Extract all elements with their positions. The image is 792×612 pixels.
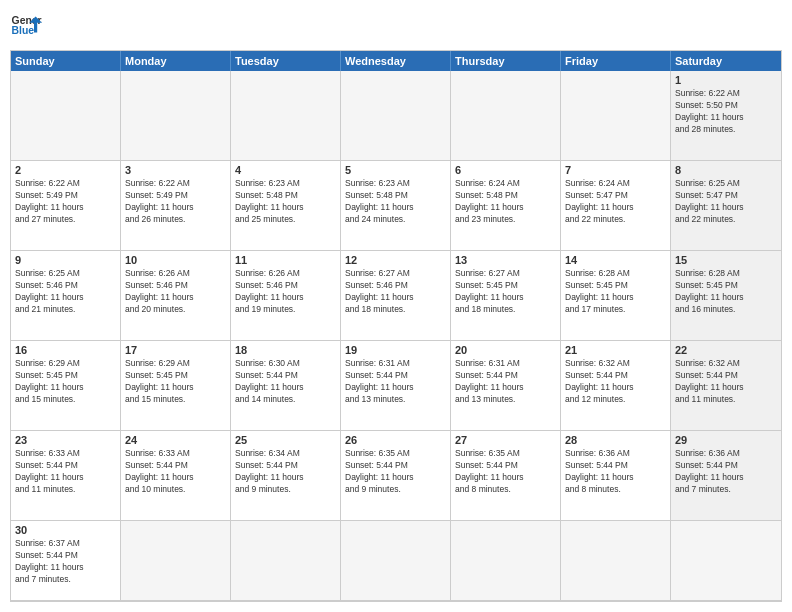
cell-info: Sunrise: 6:37 AM Sunset: 5:44 PM Dayligh…	[15, 538, 116, 586]
calendar-cell	[11, 71, 121, 161]
calendar-cell: 20Sunrise: 6:31 AM Sunset: 5:44 PM Dayli…	[451, 341, 561, 431]
calendar-cell: 26Sunrise: 6:35 AM Sunset: 5:44 PM Dayli…	[341, 431, 451, 521]
calendar-cell: 30Sunrise: 6:37 AM Sunset: 5:44 PM Dayli…	[11, 521, 121, 601]
cell-number: 12	[345, 254, 446, 266]
cell-info: Sunrise: 6:22 AM Sunset: 5:50 PM Dayligh…	[675, 88, 777, 136]
cell-info: Sunrise: 6:36 AM Sunset: 5:44 PM Dayligh…	[565, 448, 666, 496]
day-headers: SundayMondayTuesdayWednesdayThursdayFrid…	[11, 51, 781, 71]
day-header-monday: Monday	[121, 51, 231, 71]
calendar-cell: 15Sunrise: 6:28 AM Sunset: 5:45 PM Dayli…	[671, 251, 781, 341]
calendar-cell	[231, 521, 341, 601]
calendar-cell	[341, 71, 451, 161]
calendar-cell: 19Sunrise: 6:31 AM Sunset: 5:44 PM Dayli…	[341, 341, 451, 431]
cell-info: Sunrise: 6:28 AM Sunset: 5:45 PM Dayligh…	[675, 268, 777, 316]
cell-number: 8	[675, 164, 777, 176]
cell-number: 13	[455, 254, 556, 266]
calendar-cell: 9Sunrise: 6:25 AM Sunset: 5:46 PM Daylig…	[11, 251, 121, 341]
day-header-saturday: Saturday	[671, 51, 781, 71]
cell-number: 2	[15, 164, 116, 176]
day-header-sunday: Sunday	[11, 51, 121, 71]
calendar-cell	[231, 71, 341, 161]
logo: General Blue	[10, 10, 42, 42]
cell-info: Sunrise: 6:32 AM Sunset: 5:44 PM Dayligh…	[565, 358, 666, 406]
calendar-cell: 10Sunrise: 6:26 AM Sunset: 5:46 PM Dayli…	[121, 251, 231, 341]
cell-info: Sunrise: 6:26 AM Sunset: 5:46 PM Dayligh…	[235, 268, 336, 316]
cell-number: 28	[565, 434, 666, 446]
cell-info: Sunrise: 6:34 AM Sunset: 5:44 PM Dayligh…	[235, 448, 336, 496]
day-header-wednesday: Wednesday	[341, 51, 451, 71]
calendar: SundayMondayTuesdayWednesdayThursdayFrid…	[10, 50, 782, 602]
cell-number: 10	[125, 254, 226, 266]
calendar-cell: 8Sunrise: 6:25 AM Sunset: 5:47 PM Daylig…	[671, 161, 781, 251]
cell-info: Sunrise: 6:35 AM Sunset: 5:44 PM Dayligh…	[345, 448, 446, 496]
calendar-cell	[341, 521, 451, 601]
calendar-cell	[561, 521, 671, 601]
calendar-cell: 7Sunrise: 6:24 AM Sunset: 5:47 PM Daylig…	[561, 161, 671, 251]
cell-number: 1	[675, 74, 777, 86]
cell-number: 17	[125, 344, 226, 356]
cell-number: 7	[565, 164, 666, 176]
cell-number: 18	[235, 344, 336, 356]
calendar-cell: 13Sunrise: 6:27 AM Sunset: 5:45 PM Dayli…	[451, 251, 561, 341]
cell-number: 22	[675, 344, 777, 356]
calendar-cell: 28Sunrise: 6:36 AM Sunset: 5:44 PM Dayli…	[561, 431, 671, 521]
cell-info: Sunrise: 6:27 AM Sunset: 5:46 PM Dayligh…	[345, 268, 446, 316]
calendar-cell: 2Sunrise: 6:22 AM Sunset: 5:49 PM Daylig…	[11, 161, 121, 251]
calendar-cell: 22Sunrise: 6:32 AM Sunset: 5:44 PM Dayli…	[671, 341, 781, 431]
cell-number: 3	[125, 164, 226, 176]
cell-number: 16	[15, 344, 116, 356]
calendar-cell: 14Sunrise: 6:28 AM Sunset: 5:45 PM Dayli…	[561, 251, 671, 341]
cell-number: 23	[15, 434, 116, 446]
cell-info: Sunrise: 6:33 AM Sunset: 5:44 PM Dayligh…	[15, 448, 116, 496]
cell-number: 29	[675, 434, 777, 446]
calendar-cell	[121, 521, 231, 601]
cell-info: Sunrise: 6:24 AM Sunset: 5:48 PM Dayligh…	[455, 178, 556, 226]
calendar-cell: 5Sunrise: 6:23 AM Sunset: 5:48 PM Daylig…	[341, 161, 451, 251]
cell-number: 19	[345, 344, 446, 356]
page: General Blue SundayMondayTuesdayWednesda…	[0, 0, 792, 612]
cell-info: Sunrise: 6:23 AM Sunset: 5:48 PM Dayligh…	[235, 178, 336, 226]
cell-number: 14	[565, 254, 666, 266]
day-header-thursday: Thursday	[451, 51, 561, 71]
cell-info: Sunrise: 6:31 AM Sunset: 5:44 PM Dayligh…	[455, 358, 556, 406]
cell-info: Sunrise: 6:30 AM Sunset: 5:44 PM Dayligh…	[235, 358, 336, 406]
cell-info: Sunrise: 6:27 AM Sunset: 5:45 PM Dayligh…	[455, 268, 556, 316]
cell-info: Sunrise: 6:31 AM Sunset: 5:44 PM Dayligh…	[345, 358, 446, 406]
cell-info: Sunrise: 6:33 AM Sunset: 5:44 PM Dayligh…	[125, 448, 226, 496]
day-header-tuesday: Tuesday	[231, 51, 341, 71]
calendar-cell: 11Sunrise: 6:26 AM Sunset: 5:46 PM Dayli…	[231, 251, 341, 341]
cell-info: Sunrise: 6:24 AM Sunset: 5:47 PM Dayligh…	[565, 178, 666, 226]
cell-number: 15	[675, 254, 777, 266]
calendar-cell: 23Sunrise: 6:33 AM Sunset: 5:44 PM Dayli…	[11, 431, 121, 521]
calendar-cell: 24Sunrise: 6:33 AM Sunset: 5:44 PM Dayli…	[121, 431, 231, 521]
cell-info: Sunrise: 6:28 AM Sunset: 5:45 PM Dayligh…	[565, 268, 666, 316]
cell-info: Sunrise: 6:32 AM Sunset: 5:44 PM Dayligh…	[675, 358, 777, 406]
cell-info: Sunrise: 6:29 AM Sunset: 5:45 PM Dayligh…	[15, 358, 116, 406]
header: General Blue	[10, 10, 782, 42]
cell-number: 20	[455, 344, 556, 356]
cell-number: 27	[455, 434, 556, 446]
cell-info: Sunrise: 6:35 AM Sunset: 5:44 PM Dayligh…	[455, 448, 556, 496]
calendar-cell	[671, 521, 781, 601]
calendar-cell	[451, 521, 561, 601]
calendar-grid: 1Sunrise: 6:22 AM Sunset: 5:50 PM Daylig…	[11, 71, 781, 601]
day-header-friday: Friday	[561, 51, 671, 71]
cell-info: Sunrise: 6:36 AM Sunset: 5:44 PM Dayligh…	[675, 448, 777, 496]
calendar-cell: 17Sunrise: 6:29 AM Sunset: 5:45 PM Dayli…	[121, 341, 231, 431]
cell-info: Sunrise: 6:22 AM Sunset: 5:49 PM Dayligh…	[125, 178, 226, 226]
cell-info: Sunrise: 6:29 AM Sunset: 5:45 PM Dayligh…	[125, 358, 226, 406]
cell-number: 6	[455, 164, 556, 176]
calendar-cell	[561, 71, 671, 161]
cell-number: 24	[125, 434, 226, 446]
calendar-cell: 16Sunrise: 6:29 AM Sunset: 5:45 PM Dayli…	[11, 341, 121, 431]
cell-number: 21	[565, 344, 666, 356]
calendar-cell: 21Sunrise: 6:32 AM Sunset: 5:44 PM Dayli…	[561, 341, 671, 431]
cell-number: 4	[235, 164, 336, 176]
cell-info: Sunrise: 6:25 AM Sunset: 5:47 PM Dayligh…	[675, 178, 777, 226]
cell-number: 11	[235, 254, 336, 266]
cell-number: 30	[15, 524, 116, 536]
calendar-cell: 1Sunrise: 6:22 AM Sunset: 5:50 PM Daylig…	[671, 71, 781, 161]
calendar-cell: 29Sunrise: 6:36 AM Sunset: 5:44 PM Dayli…	[671, 431, 781, 521]
calendar-cell: 18Sunrise: 6:30 AM Sunset: 5:44 PM Dayli…	[231, 341, 341, 431]
calendar-cell: 4Sunrise: 6:23 AM Sunset: 5:48 PM Daylig…	[231, 161, 341, 251]
